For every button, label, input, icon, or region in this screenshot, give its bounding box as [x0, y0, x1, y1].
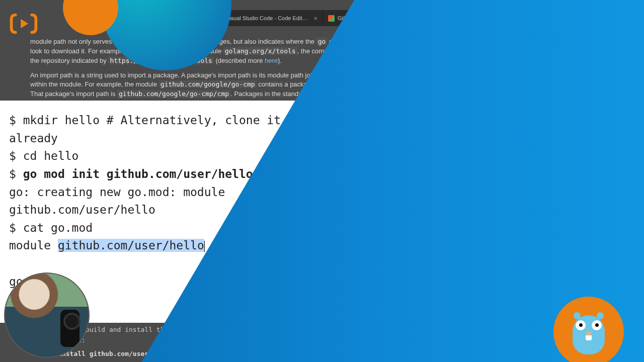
close-icon[interactable]: ×	[313, 15, 317, 22]
lco-logo	[9, 9, 38, 38]
presenter-webcam	[4, 273, 90, 358]
git-icon	[328, 15, 335, 22]
thumbnail-stage: Visual Studio Code - Code Edit… × Git fo…	[0, 0, 644, 362]
microphone-icon	[60, 310, 79, 347]
decorative-orange-bubble-bottom	[553, 297, 624, 362]
svg-marker-0	[21, 19, 28, 29]
docs-here-link[interactable]: here	[265, 57, 278, 64]
selected-text: github.com/user/hello	[58, 239, 204, 252]
text-cursor-icon	[204, 241, 205, 252]
tab-label: Visual Studio Code - Code Edit…	[226, 15, 307, 21]
go-gopher-icon	[569, 308, 609, 356]
